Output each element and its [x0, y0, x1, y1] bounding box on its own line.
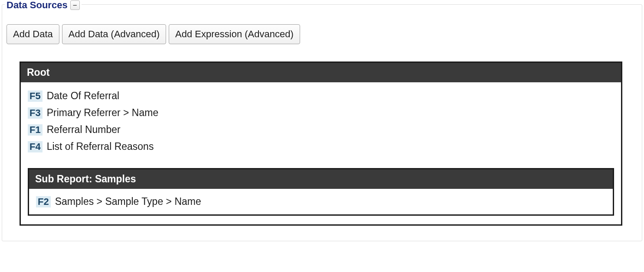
section-title: Data Sources [7, 0, 68, 11]
field-row[interactable]: F2 Samples > Sample Type > Name [36, 193, 606, 210]
field-tag: F5 [28, 91, 42, 102]
data-sources-section: Data Sources − Add Data Add Data (Advanc… [2, 4, 642, 241]
field-row[interactable]: F4 List of Referral Reasons [28, 138, 614, 155]
add-data-button[interactable]: Add Data [7, 24, 59, 44]
root-panel-header: Root [21, 63, 621, 82]
field-label: Referral Number [47, 124, 121, 136]
field-label: Primary Referrer > Name [47, 107, 159, 119]
field-tag: F4 [28, 141, 42, 152]
field-tag: F1 [28, 124, 42, 136]
toolbar: Add Data Add Data (Advanced) Add Express… [7, 24, 637, 44]
section-legend: Data Sources − [5, 0, 82, 11]
field-label: List of Referral Reasons [47, 141, 154, 152]
add-data-advanced-button[interactable]: Add Data (Advanced) [62, 24, 166, 44]
field-label: Samples > Sample Type > Name [55, 196, 201, 207]
collapse-icon[interactable]: − [70, 0, 80, 10]
field-tag: F2 [36, 196, 51, 207]
sub-report-header: Sub Report: Samples [29, 169, 613, 189]
root-panel-body: F5 Date Of Referral F3 Primary Referrer … [21, 82, 621, 224]
field-row[interactable]: F5 Date Of Referral [28, 87, 614, 104]
sub-report-body: F2 Samples > Sample Type > Name [29, 189, 613, 214]
field-row[interactable]: F1 Referral Number [28, 121, 614, 138]
field-row[interactable]: F3 Primary Referrer > Name [28, 104, 614, 121]
sub-report-panel: Sub Report: Samples F2 Samples > Sample … [28, 168, 614, 216]
field-tag: F3 [28, 107, 42, 119]
field-label: Date Of Referral [47, 90, 119, 102]
add-expression-advanced-button[interactable]: Add Expression (Advanced) [169, 24, 300, 44]
root-panel: Root F5 Date Of Referral F3 Primary Refe… [20, 62, 622, 226]
